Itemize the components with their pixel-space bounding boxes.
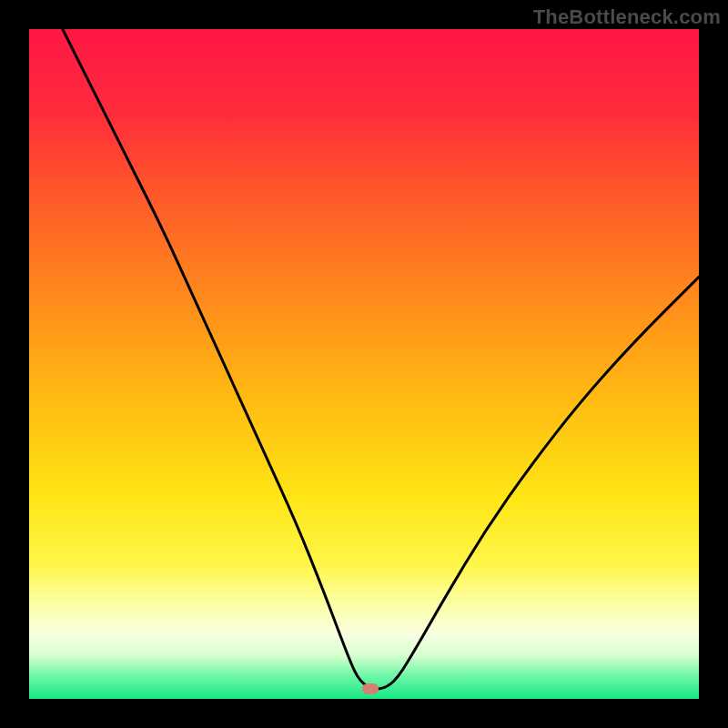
optimum-marker: [362, 683, 379, 694]
bottleneck-curve: [29, 29, 699, 699]
watermark-text: TheBottleneck.com: [533, 5, 721, 29]
chart-stage: TheBottleneck.com: [0, 0, 728, 728]
plot-area: [29, 29, 699, 699]
